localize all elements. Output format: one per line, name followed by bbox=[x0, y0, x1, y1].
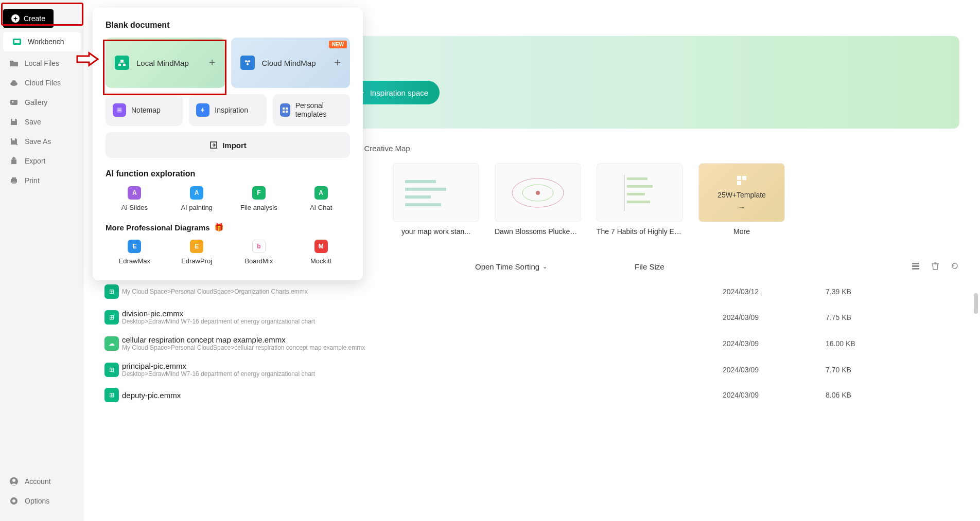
prof-label: BoardMix bbox=[244, 257, 273, 265]
file-date: 2024/03/12 bbox=[723, 288, 826, 296]
file-path: My Cloud Space>Personal CloudSpace>cellu… bbox=[122, 344, 365, 351]
file-icon: ⊞ bbox=[104, 388, 119, 402]
ai-item[interactable]: AAI painting bbox=[168, 186, 226, 211]
sidebar-item-local-files[interactable]: Local Files bbox=[0, 53, 84, 73]
sidebar-label: Local Files bbox=[25, 59, 59, 67]
file-icon: ⊞ bbox=[104, 363, 119, 377]
refresh-icon[interactable] bbox=[950, 261, 959, 272]
ai-item[interactable]: AAI Slides bbox=[106, 186, 164, 211]
ai-label: AI Slides bbox=[121, 204, 148, 211]
svg-rect-50 bbox=[286, 107, 288, 110]
sidebar-item-export[interactable]: Export bbox=[0, 151, 84, 171]
sidebar-item-save-as[interactable]: Save As bbox=[0, 132, 84, 151]
svg-rect-23 bbox=[405, 188, 446, 191]
template-icon bbox=[736, 174, 748, 187]
create-button[interactable]: + Create bbox=[3, 9, 54, 28]
sidebar-label: Export bbox=[25, 157, 45, 165]
sidebar-item-account[interactable]: Account bbox=[0, 472, 84, 491]
personal-templates-card[interactable]: Personal templates bbox=[273, 94, 350, 126]
svg-rect-7 bbox=[12, 138, 15, 140]
ai-item[interactable]: FFile analysis bbox=[230, 186, 288, 211]
svg-rect-24 bbox=[405, 195, 431, 199]
file-name: deputy-pic.emmx bbox=[122, 391, 181, 400]
svg-rect-11 bbox=[12, 182, 16, 184]
notemap-icon bbox=[113, 103, 126, 117]
file-row[interactable]: ⊞ principal-pic.emmx Desktop>EdrawMind W… bbox=[104, 356, 959, 383]
file-row[interactable]: ⊞ division-pic.emmx Desktop>EdrawMind W7… bbox=[104, 304, 959, 330]
sidebar-item-print[interactable]: Print bbox=[0, 171, 84, 190]
cloud-mindmap-card[interactable]: NEW Cloud MindMap + bbox=[231, 38, 351, 88]
sidebar-label: Save As bbox=[25, 137, 51, 146]
file-row[interactable]: ⊞ My Cloud Space>Personal CloudSpace>Org… bbox=[104, 279, 959, 304]
sidebar-label: Options bbox=[25, 497, 49, 505]
import-button[interactable]: Import bbox=[106, 132, 350, 158]
local-mindmap-card[interactable]: Local MindMap + bbox=[106, 38, 225, 88]
sidebar-label: Save bbox=[25, 118, 41, 126]
prof-item[interactable]: EEdrawProj bbox=[168, 240, 226, 265]
import-icon bbox=[209, 140, 218, 150]
create-popup: Blank document Local MindMap + NEW Cloud… bbox=[93, 8, 363, 280]
tab-creative-map[interactable]: Creative Map bbox=[364, 144, 410, 153]
list-view-icon[interactable] bbox=[911, 261, 920, 272]
template-card[interactable]: your map work stan... bbox=[393, 163, 484, 236]
prof-item[interactable]: MMockitt bbox=[292, 240, 350, 265]
sidebar-item-options[interactable]: Options bbox=[0, 491, 84, 511]
svg-rect-36 bbox=[737, 181, 741, 185]
sort-dropdown[interactable]: Open Time Sorting ⌄ bbox=[475, 262, 547, 271]
file-date: 2024/03/09 bbox=[723, 313, 826, 321]
svg-point-5 bbox=[12, 101, 14, 103]
sidebar: + Create Workbench Local Files Cloud Fil… bbox=[0, 0, 84, 521]
svg-rect-41 bbox=[118, 64, 121, 66]
file-row[interactable]: ☁ cellular respiration concept map examp… bbox=[104, 330, 959, 356]
ai-label: File analysis bbox=[240, 204, 277, 211]
sidebar-item-save[interactable]: Save bbox=[0, 112, 84, 132]
file-date: 2024/03/09 bbox=[723, 391, 826, 399]
svg-rect-39 bbox=[912, 268, 919, 270]
ai-section-title: AI function exploration bbox=[106, 169, 350, 178]
prof-item[interactable]: EEdrawMax bbox=[106, 240, 164, 265]
svg-rect-22 bbox=[405, 180, 436, 183]
svg-rect-42 bbox=[123, 64, 126, 66]
trash-icon[interactable] bbox=[931, 261, 940, 272]
ai-icon: A bbox=[190, 186, 203, 200]
template-card[interactable]: Dawn Blossoms Plucked at... bbox=[495, 163, 586, 236]
notemap-card[interactable]: Notemap bbox=[106, 94, 183, 126]
personal-templates-icon bbox=[280, 103, 290, 117]
prof-icon: E bbox=[128, 240, 141, 253]
sidebar-label: Workbench bbox=[28, 38, 64, 46]
template-card-more[interactable]: 25W+Template → More bbox=[698, 163, 790, 236]
svg-rect-6 bbox=[12, 119, 15, 121]
svg-rect-51 bbox=[283, 111, 285, 113]
file-size: 8.06 KB bbox=[826, 391, 959, 399]
svg-rect-46 bbox=[117, 107, 122, 113]
svg-point-15 bbox=[12, 499, 15, 502]
sidebar-label: Gallery bbox=[25, 98, 47, 106]
svg-rect-52 bbox=[286, 111, 288, 113]
ai-item[interactable]: AAI Chat bbox=[292, 186, 350, 211]
plus-icon: + bbox=[209, 56, 216, 69]
cloud-icon bbox=[9, 78, 19, 87]
sidebar-label: Account bbox=[25, 477, 51, 486]
svg-rect-31 bbox=[627, 185, 653, 188]
file-path: Desktop>EdrawMind W7-16 department of en… bbox=[122, 318, 315, 325]
svg-rect-40 bbox=[120, 60, 124, 62]
gear-icon bbox=[9, 496, 19, 506]
template-card[interactable]: The 7 Habits of Highly Effe... bbox=[597, 163, 688, 236]
file-path: My Cloud Space>Personal CloudSpace>Organ… bbox=[122, 288, 308, 295]
file-icon: ⊞ bbox=[104, 284, 119, 299]
file-row[interactable]: ⊞ deputy-pic.emmx 2024/03/09 8.06 KB bbox=[104, 383, 959, 407]
arrow-annotation-local bbox=[75, 51, 100, 67]
svg-point-13 bbox=[12, 479, 15, 482]
scrollbar-indicator[interactable] bbox=[974, 293, 978, 314]
file-size: 7.75 KB bbox=[826, 313, 959, 321]
prof-item[interactable]: bBoardMix bbox=[230, 240, 288, 265]
inspiration-card[interactable]: Inspiration bbox=[189, 94, 266, 126]
ai-icon: A bbox=[128, 186, 141, 200]
file-name: division-pic.emmx bbox=[122, 309, 315, 318]
sidebar-item-workbench[interactable]: Workbench bbox=[3, 32, 81, 51]
svg-rect-49 bbox=[283, 107, 285, 110]
file-icon: ⊞ bbox=[104, 310, 119, 325]
sidebar-item-gallery[interactable]: Gallery bbox=[0, 93, 84, 112]
prof-icon: M bbox=[314, 240, 328, 253]
sidebar-item-cloud-files[interactable]: Cloud Files bbox=[0, 73, 84, 93]
